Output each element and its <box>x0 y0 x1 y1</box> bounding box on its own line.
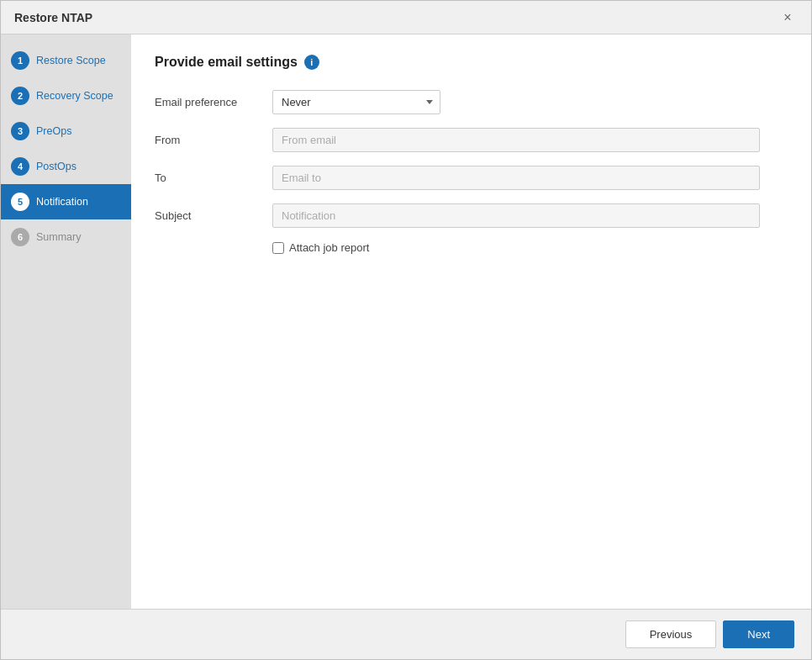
info-icon[interactable]: i <box>304 55 319 70</box>
sidebar-item-label-5: Notification <box>36 196 88 208</box>
step-badge-3: 3 <box>11 122 29 140</box>
sidebar-item-preops[interactable]: 3 PreOps <box>1 114 131 149</box>
dialog-footer: Previous Next <box>1 609 811 659</box>
attach-job-report-checkbox[interactable] <box>272 242 284 254</box>
dialog-body: 1 Restore Scope 2 Recovery Scope 3 PreOp… <box>1 34 811 609</box>
step-badge-4: 4 <box>11 157 29 176</box>
previous-button[interactable]: Previous <box>625 620 717 648</box>
to-row: To <box>155 166 788 190</box>
from-control <box>272 128 760 152</box>
step-badge-6: 6 <box>11 228 29 246</box>
to-label: To <box>155 172 272 184</box>
subject-row: Subject <box>155 203 788 228</box>
from-label: From <box>155 134 272 146</box>
main-content: Provide email settings i Email preferenc… <box>131 34 811 609</box>
step-badge-5: 5 <box>11 193 29 211</box>
subject-input[interactable] <box>272 203 760 228</box>
to-control <box>272 166 760 190</box>
sidebar-item-label-3: PreOps <box>36 125 71 137</box>
email-preference-select[interactable]: Never Always On Failure <box>272 90 440 114</box>
step-badge-2: 2 <box>11 87 29 105</box>
email-preference-control: Never Always On Failure <box>272 90 760 114</box>
email-preference-label: Email preference <box>155 96 272 108</box>
next-button[interactable]: Next <box>723 620 794 648</box>
subject-label: Subject <box>155 209 272 222</box>
sidebar-item-label-6: Summary <box>36 231 81 243</box>
sidebar-item-label-1: Restore Scope <box>36 55 106 66</box>
attach-job-report-label[interactable]: Attach job report <box>289 241 369 254</box>
section-title-text: Provide email settings <box>155 55 298 70</box>
sidebar-item-label-4: PostOps <box>36 161 76 172</box>
sidebar-item-summary[interactable]: 6 Summary <box>1 219 131 255</box>
from-input[interactable] <box>272 128 760 152</box>
sidebar-item-postops[interactable]: 4 PostOps <box>1 149 131 184</box>
sidebar-item-restore-scope[interactable]: 1 Restore Scope <box>1 43 131 78</box>
step-badge-1: 1 <box>11 51 29 70</box>
sidebar-item-notification[interactable]: 5 Notification <box>1 184 131 219</box>
to-input[interactable] <box>272 166 760 190</box>
close-button[interactable]: × <box>778 8 798 28</box>
section-title: Provide email settings i <box>155 55 788 70</box>
title-bar: Restore NTAP × <box>1 1 811 34</box>
dialog-title: Restore NTAP <box>14 11 92 24</box>
attach-job-report-row: Attach job report <box>272 241 788 254</box>
from-row: From <box>155 128 788 152</box>
subject-control <box>272 203 760 228</box>
email-preference-row: Email preference Never Always On Failure <box>155 90 788 114</box>
sidebar-item-recovery-scope[interactable]: 2 Recovery Scope <box>1 78 131 114</box>
sidebar-item-label-2: Recovery Scope <box>36 90 113 102</box>
sidebar: 1 Restore Scope 2 Recovery Scope 3 PreOp… <box>1 34 131 609</box>
restore-dialog: Restore NTAP × 1 Restore Scope 2 Recover… <box>0 0 812 660</box>
